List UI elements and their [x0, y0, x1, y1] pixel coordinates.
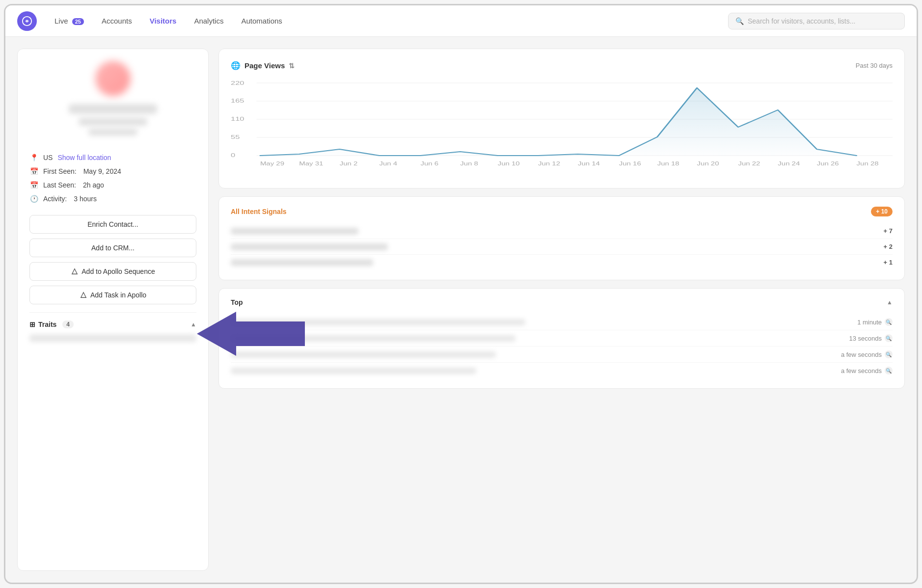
first-seen-value: May 9, 2024	[83, 167, 121, 175]
svg-text:Jun 18: Jun 18	[657, 161, 679, 167]
activity-blur-3	[231, 351, 496, 358]
chart-area: 220 165 110 55 0 May 29 May 31	[231, 78, 893, 176]
svg-text:Jun 2: Jun 2	[340, 161, 358, 167]
svg-text:220: 220	[231, 80, 244, 86]
last-seen-value: 2h ago	[83, 181, 104, 189]
search-bar[interactable]: 🔍 Search for visitors, accounts, lists..…	[728, 13, 905, 29]
svg-text:Jun 22: Jun 22	[738, 161, 760, 167]
action-buttons: Enrich Contact... Add to CRM... Add to A…	[29, 215, 196, 304]
svg-text:Jun 4: Jun 4	[380, 161, 398, 167]
traits-grid-icon: ⊞	[29, 321, 35, 328]
live-badge: 25	[72, 18, 84, 25]
traits-title-wrap: ⊞ Traits 4	[29, 321, 74, 328]
activity-row-3: a few seconds 🔍	[231, 347, 893, 363]
nav-accounts[interactable]: Accounts	[94, 13, 140, 29]
svg-text:Jun 20: Jun 20	[697, 161, 719, 167]
signal-row-2: + 2	[231, 239, 893, 255]
svg-text:Jun 28: Jun 28	[857, 161, 879, 167]
right-panel: 🌐 Page Views ⇅ Past 30 days 220 165 110 …	[218, 49, 905, 571]
svg-text:165: 165	[231, 98, 244, 104]
svg-text:0: 0	[231, 152, 235, 159]
chart-title: 🌐 Page Views ⇅	[231, 61, 295, 70]
apollo-sequence-icon	[71, 267, 79, 275]
location-value: US	[43, 154, 53, 161]
activity-row-1: 1 minute 🔍	[231, 314, 893, 330]
activity-blur-4	[231, 368, 476, 374]
chart-period: Past 30 days	[856, 62, 893, 69]
nav-visitors[interactable]: Visitors	[142, 13, 185, 29]
svg-text:May 29: May 29	[260, 161, 284, 167]
nav-automations[interactable]: Automations	[233, 13, 290, 29]
nav-live[interactable]: Live 25	[47, 13, 92, 29]
search-icon: 🔍	[735, 17, 744, 25]
activity-blur-1	[231, 319, 525, 325]
activity-search-icon-3[interactable]: 🔍	[885, 350, 893, 358]
svg-text:Jun 24: Jun 24	[778, 161, 800, 167]
signal-blur-1	[231, 228, 358, 235]
signal-row-3: + 1	[231, 255, 893, 270]
last-seen-label: Last Seen:	[43, 181, 76, 189]
chevron-up-activity[interactable]: ▲	[887, 299, 893, 306]
activity-time-4: a few seconds 🔍	[841, 367, 893, 374]
activity-search-icon-4[interactable]: 🔍	[885, 367, 893, 374]
signals-total-badge: + 10	[871, 207, 893, 216]
search-placeholder: Search for visitors, accounts, lists...	[748, 17, 855, 25]
location-row: 📍 US Show full location	[29, 153, 196, 162]
avatar	[95, 61, 131, 96]
signal-row-1: + 7	[231, 223, 893, 239]
subtitle-blur	[79, 118, 147, 126]
svg-text:Jun 8: Jun 8	[460, 161, 478, 167]
calendar2-icon: 📅	[29, 181, 38, 189]
svg-text:Jun 10: Jun 10	[498, 161, 520, 167]
calendar-icon: 📅	[29, 167, 38, 176]
add-to-crm-button[interactable]: Add to CRM...	[29, 239, 196, 257]
activity-blur-2	[231, 335, 515, 342]
activity-title: Top ▲	[231, 298, 893, 306]
left-panel: 📍 US Show full location 📅 First Seen: Ma…	[17, 49, 209, 571]
nav-items: Live 25 Accounts Visitors Analytics Auto…	[47, 13, 724, 29]
first-seen-label: First Seen:	[43, 167, 77, 175]
activity-label: Activity:	[43, 195, 67, 203]
meta-section: 📍 US Show full location 📅 First Seen: Ma…	[29, 151, 196, 205]
traits-header[interactable]: ⊞ Traits 4 ▲	[29, 321, 196, 328]
traits-label: Traits	[38, 321, 56, 328]
svg-text:55: 55	[231, 134, 240, 140]
signal-blur-3	[231, 259, 373, 266]
chart-sort-icon[interactable]: ⇅	[289, 62, 295, 70]
svg-text:Jun 26: Jun 26	[817, 161, 839, 167]
apollo-task-icon	[80, 291, 87, 299]
svg-text:Jun 16: Jun 16	[619, 161, 641, 167]
avatar-section	[29, 61, 196, 143]
activity-time-2: 13 seconds 🔍	[849, 334, 893, 342]
enrich-contact-button[interactable]: Enrich Contact...	[29, 215, 196, 234]
activity-search-icon-1[interactable]: 🔍	[885, 318, 893, 326]
chart-card: 🌐 Page Views ⇅ Past 30 days 220 165 110 …	[218, 49, 905, 188]
svg-text:Jun 12: Jun 12	[538, 161, 560, 167]
activity-value: 3 hours	[74, 195, 97, 203]
activity-card: Top ▲ 1 minute 🔍 13 seconds 🔍	[218, 288, 905, 389]
svg-text:Jun 14: Jun 14	[578, 161, 600, 167]
activity-row-4: a few seconds 🔍	[231, 363, 893, 378]
logo-icon[interactable]	[17, 11, 37, 31]
svg-text:110: 110	[231, 116, 244, 122]
traits-chevron-icon: ▲	[190, 321, 196, 328]
main-content: 📍 US Show full location 📅 First Seen: Ma…	[5, 37, 917, 583]
activity-row-2: 13 seconds 🔍	[231, 330, 893, 347]
svg-text:Jun 6: Jun 6	[420, 161, 438, 167]
traits-content-blur	[29, 334, 196, 342]
signals-header: All Intent Signals + 10	[231, 207, 893, 216]
show-full-location-link[interactable]: Show full location	[57, 154, 111, 161]
add-task-in-apollo-button[interactable]: Add Task in Apollo	[29, 286, 196, 304]
traits-section: ⊞ Traits 4 ▲	[29, 312, 196, 342]
tag-blur	[88, 129, 137, 135]
nav-analytics[interactable]: Analytics	[186, 13, 231, 29]
traits-count-badge: 4	[62, 321, 74, 328]
signals-card: All Intent Signals + 10 + 7 + 2 + 1	[218, 196, 905, 280]
last-seen-row: 📅 Last Seen: 2h ago	[29, 181, 196, 189]
chart-header: 🌐 Page Views ⇅ Past 30 days	[231, 61, 893, 70]
add-to-apollo-sequence-button[interactable]: Add to Apollo Sequence	[29, 262, 196, 281]
first-seen-row: 📅 First Seen: May 9, 2024	[29, 167, 196, 176]
signal-count-1: + 7	[884, 227, 893, 235]
activity-search-icon-2[interactable]: 🔍	[885, 334, 893, 342]
signal-count-2: + 2	[884, 243, 893, 250]
